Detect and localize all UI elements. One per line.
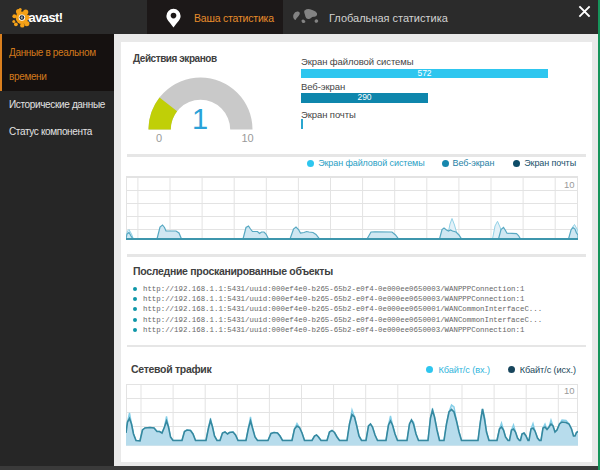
svg-text:avast!: avast! bbox=[29, 10, 63, 25]
